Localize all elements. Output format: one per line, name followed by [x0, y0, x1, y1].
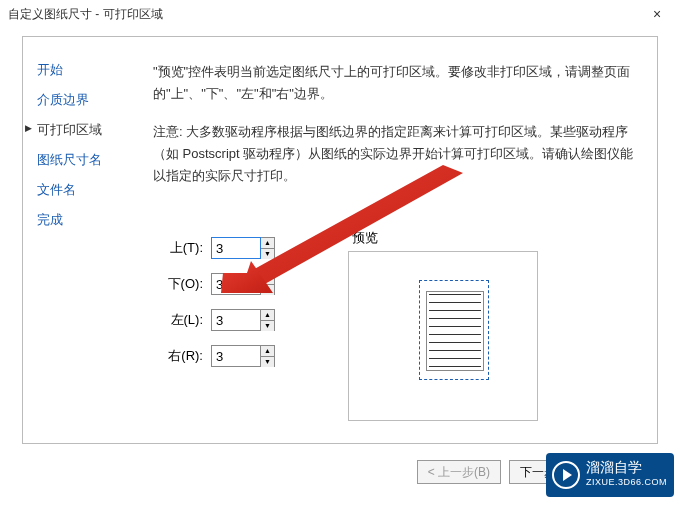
- play-icon: [552, 461, 580, 489]
- spin-up-icon[interactable]: ▲: [261, 274, 274, 285]
- spin-down-icon[interactable]: ▼: [261, 321, 274, 331]
- spin-down-icon[interactable]: ▼: [261, 357, 274, 367]
- bottom-label: 下(O):: [153, 275, 203, 293]
- right-label: 右(R):: [153, 347, 203, 365]
- step-paper-size-name[interactable]: 图纸尺寸名: [37, 151, 133, 169]
- left-label: 左(L):: [153, 311, 203, 329]
- left-input[interactable]: [211, 309, 261, 331]
- close-icon[interactable]: ×: [642, 6, 672, 22]
- left-spinner[interactable]: ▲▼: [261, 309, 275, 331]
- step-finish[interactable]: 完成: [37, 211, 133, 229]
- dialog-body: 开始 介质边界 可打印区域 图纸尺寸名 文件名 完成 "预览"控件表明当前选定图…: [22, 36, 658, 444]
- watermark-brand: 溜溜自学: [586, 460, 667, 475]
- preview-label: 预览: [352, 229, 538, 247]
- printable-area-icon: [426, 291, 484, 371]
- spin-up-icon[interactable]: ▲: [261, 238, 274, 249]
- description-area: "预览"控件表明当前选定图纸尺寸上的可打印区域。要修改非打印区域，请调整页面的"…: [153, 61, 643, 203]
- dialog-window: 自定义图纸尺寸 - 可打印区域 × 开始 介质边界 可打印区域 图纸尺寸名 文件…: [0, 0, 680, 509]
- step-file-name[interactable]: 文件名: [37, 181, 133, 199]
- step-begin[interactable]: 开始: [37, 61, 133, 79]
- paper-outline-icon: [419, 280, 489, 380]
- titlebar: 自定义图纸尺寸 - 可打印区域 ×: [0, 0, 680, 28]
- top-spinner[interactable]: ▲▼: [261, 237, 275, 259]
- spin-up-icon[interactable]: ▲: [261, 346, 274, 357]
- right-input[interactable]: [211, 345, 261, 367]
- wizard-steps: 开始 介质边界 可打印区域 图纸尺寸名 文件名 完成: [23, 37, 133, 241]
- bottom-input[interactable]: [211, 273, 261, 295]
- right-spinner[interactable]: ▲▼: [261, 345, 275, 367]
- watermark-badge: 溜溜自学 ZIXUE.3D66.COM: [546, 453, 674, 497]
- preview-box: [348, 251, 538, 421]
- spin-down-icon[interactable]: ▼: [261, 249, 274, 259]
- spin-down-icon[interactable]: ▼: [261, 285, 274, 295]
- description-para1: "预览"控件表明当前选定图纸尺寸上的可打印区域。要修改非打印区域，请调整页面的"…: [153, 61, 643, 105]
- step-printable-area[interactable]: 可打印区域: [37, 121, 133, 139]
- spin-up-icon[interactable]: ▲: [261, 310, 274, 321]
- dialog-title: 自定义图纸尺寸 - 可打印区域: [8, 6, 642, 23]
- top-input[interactable]: [211, 237, 261, 259]
- margin-fields: 上(T): ▲▼ 下(O): ▲▼ 左(L): ▲▼ 右(R): ▲▼: [153, 237, 275, 381]
- top-label: 上(T):: [153, 239, 203, 257]
- preview-panel: 预览: [348, 229, 538, 421]
- back-button[interactable]: < 上一步(B): [417, 460, 501, 484]
- watermark-sub: ZIXUE.3D66.COM: [586, 475, 667, 490]
- description-para2: 注意: 大多数驱动程序根据与图纸边界的指定距离来计算可打印区域。某些驱动程序（如…: [153, 121, 643, 187]
- bottom-spinner[interactable]: ▲▼: [261, 273, 275, 295]
- step-media-bounds[interactable]: 介质边界: [37, 91, 133, 109]
